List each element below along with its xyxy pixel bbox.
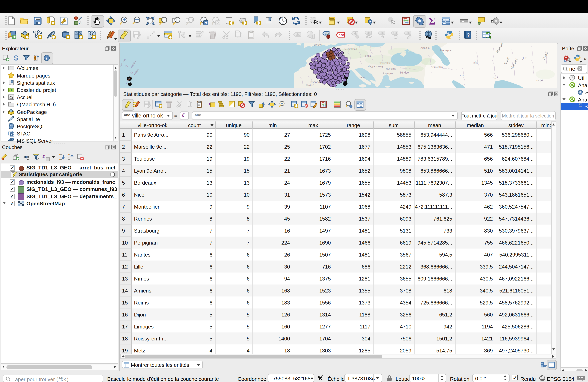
svg-text:Magyarorszag: Magyarorszag (368, 65, 383, 68)
svg-text:Бълга́рия: Бълга́рия (383, 72, 393, 75)
svg-text:ايران: ايران (473, 61, 478, 64)
svg-text:کابل: کابل (522, 57, 526, 60)
svg-text:ε: ε (209, 101, 210, 106)
svg-text:ab: ab (353, 32, 357, 35)
svg-text:Azərbaycan: Azərbaycan (440, 49, 452, 52)
svg-text:كراچى: كراچى (536, 78, 543, 81)
svg-text:a: a (79, 19, 82, 25)
svg-text:abc: abc (379, 31, 384, 34)
svg-text:Deutschland: Deutschland (344, 48, 357, 51)
svg-text:Polska: Polska (364, 55, 371, 57)
svg-text:ab: ab (325, 32, 328, 35)
svg-text:abc: abc (295, 33, 301, 36)
svg-text:abc: abc (339, 33, 345, 37)
svg-text:i: i (389, 18, 391, 22)
svg-text:abc: abc (393, 31, 398, 34)
svg-text:?: ? (467, 32, 470, 38)
svg-text:Romania: Romania (386, 67, 396, 70)
svg-text:الرياض: الرياض (491, 76, 498, 79)
svg-text:Antigua: Antigua (133, 68, 140, 75)
svg-text:España: España (310, 80, 320, 84)
svg-text:abc: abc (406, 31, 410, 34)
svg-text:Italia: Italia (359, 76, 365, 79)
svg-text:Türkiye: Türkiye (399, 71, 409, 74)
svg-text:London: London (314, 43, 322, 46)
svg-text:Gürcistan: Gürcistan (432, 66, 442, 69)
svg-text:Slovensko: Slovensko (379, 62, 390, 65)
svg-text:i: i (46, 56, 47, 60)
svg-text:Madrid: Madrid (306, 84, 314, 87)
svg-text:Anguilla: Anguilla (130, 60, 137, 68)
svg-text:1:1: 1:1 (189, 19, 193, 22)
svg-text:Украина: Украина (420, 47, 430, 49)
svg-text:abc: abc (367, 31, 371, 34)
svg-text:بغداد: بغداد (460, 74, 464, 76)
